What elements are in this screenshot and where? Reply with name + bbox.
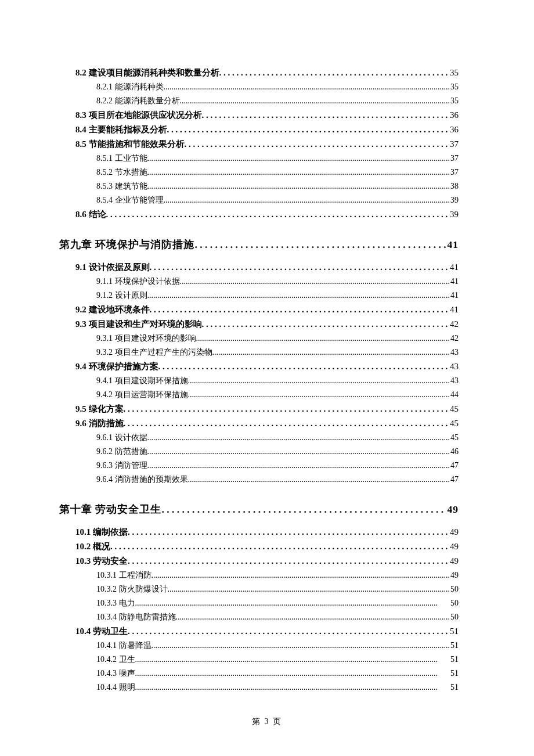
- toc-entry-label: 第十章 劳动安全卫生: [59, 502, 161, 516]
- toc-entry: 10.3.4 防静电防雷措施50: [96, 612, 459, 622]
- toc-entry-label: 9.3.1 项目建设对环境的影响: [96, 333, 196, 344]
- toc-leader-dots: [188, 390, 450, 399]
- toc-entry-label: 9.1.2 设计原则: [96, 290, 147, 301]
- toc-entry-page: 49: [449, 556, 459, 566]
- toc-leader-dots: [128, 527, 449, 537]
- toc-entry: 8.2.2 能源消耗数量分析35: [96, 96, 459, 106]
- toc-entry-page: 44: [449, 390, 459, 399]
- toc-entry-page: 36: [449, 110, 459, 120]
- toc-entry: 10.4.2 卫生51: [96, 654, 459, 665]
- toc-entry: 10.4 劳动卫生51: [75, 626, 459, 637]
- toc-leader-dots: [147, 168, 450, 177]
- toc-entry: 第十章 劳动安全卫生49: [59, 502, 459, 516]
- toc-leader-dots: [167, 125, 449, 135]
- toc-entry-page: 41: [449, 277, 459, 286]
- toc-leader-dots: [212, 348, 450, 357]
- toc-entry-label: 8.2.2 能源消耗数量分析: [96, 96, 180, 106]
- toc-entry: 10.4.3 噪声51: [96, 668, 459, 679]
- toc-entry-label: 第九章 环境保护与消防措施: [59, 237, 194, 251]
- toc-entry-label: 9.6.3 消防管理: [96, 460, 147, 471]
- toc-entry-label: 9.1 设计依据及原则: [75, 262, 150, 273]
- toc-leader-dots: [168, 585, 450, 594]
- toc-leader-dots: [135, 669, 450, 678]
- toc-entry-page: 41: [446, 239, 459, 251]
- toc-entry: 9.4.1 项目建设期环保措施43: [96, 376, 459, 386]
- toc-entry-page: 49: [449, 527, 459, 537]
- toc-entry-page: 42: [449, 319, 459, 329]
- toc-leader-dots: [151, 571, 450, 580]
- toc-entry-label: 8.6 结论: [75, 209, 106, 220]
- toc-entry-label: 8.5.3 建筑节能: [96, 181, 147, 192]
- toc-entry-page: 37: [449, 168, 459, 177]
- toc-entry: 9.3 项目建设和生产对环境的影响42: [75, 319, 459, 330]
- toc-leader-dots: [128, 556, 449, 566]
- toc-entry-label: 8.2.1 能源消耗种类: [96, 82, 164, 92]
- toc-entry: 9.4 环境保护措施方案43: [75, 361, 459, 372]
- toc-entry: 8.5 节能措施和节能效果分析37: [75, 139, 459, 150]
- toc-leader-dots: [151, 641, 450, 650]
- toc-leader-dots: [135, 655, 450, 664]
- toc-leader-dots: [124, 419, 449, 429]
- toc-leader-dots: [158, 362, 449, 372]
- toc-entry-page: 37: [449, 154, 459, 163]
- toc-entry-label: 10.4.4 照明: [96, 682, 135, 693]
- toc-entry-label: 9.4.1 项目建设期环保措施: [96, 376, 188, 386]
- toc-entry: 10.3 劳动安全49: [75, 556, 459, 567]
- toc-leader-dots: [180, 277, 450, 286]
- toc-entry-label: 8.2 建设项目能源消耗种类和数量分析: [75, 67, 219, 78]
- toc-entry-page: 49: [446, 503, 459, 516]
- toc-entry-page: 38: [449, 182, 459, 191]
- toc-entry-label: 9.6 消防措施: [75, 418, 124, 429]
- toc-entry: 8.6 结论39: [75, 209, 459, 220]
- toc-leader-dots: [147, 461, 450, 470]
- toc-entry-label: 9.4.2 项目运营期环保措施: [96, 390, 188, 400]
- toc-entry-page: 51: [449, 641, 459, 650]
- toc-entry: 8.4 主要能耗指标及分析36: [75, 124, 459, 135]
- toc-entry-page: 45: [449, 433, 459, 442]
- toc-entry-page: 43: [449, 348, 459, 357]
- toc-entry: 8.5.2 节水措施37: [96, 167, 459, 178]
- page-content: 8.2 建设项目能源消耗种类和数量分析358.2.1 能源消耗种类358.2.2…: [0, 0, 534, 717]
- toc-entry: 10.4.1 防暑降温51: [96, 640, 459, 651]
- toc-entry: 9.6.3 消防管理47: [96, 460, 459, 471]
- toc-leader-dots: [202, 110, 449, 120]
- toc-leader-dots: [194, 239, 446, 251]
- toc-entry: 8.5.4 企业节能管理39: [96, 195, 459, 206]
- toc-leader-dots: [147, 447, 450, 456]
- toc-entry: 9.4.2 项目运营期环保措施44: [96, 390, 459, 400]
- toc-entry-page: 35: [449, 82, 459, 92]
- toc-leader-dots: [196, 334, 450, 343]
- toc-entry-page: 47: [449, 475, 459, 484]
- toc-entry-page: 41: [449, 305, 459, 315]
- toc-leader-dots: [164, 196, 450, 205]
- toc-entry-page: 45: [449, 404, 459, 414]
- toc-entry-page: 50: [449, 599, 459, 608]
- toc-entry: 10.1 编制依据49: [75, 527, 459, 538]
- toc-leader-dots: [150, 262, 449, 272]
- toc-entry-label: 10.2 概况: [75, 541, 110, 552]
- toc-entry: 8.2.1 能源消耗种类35: [96, 82, 459, 92]
- toc-entry: 10.2 概况49: [75, 541, 459, 552]
- toc-entry-page: 50: [449, 613, 459, 622]
- toc-entry-page: 50: [449, 585, 459, 594]
- toc-entry: 9.1.2 设计原则41: [96, 290, 459, 301]
- toc-leader-dots: [135, 599, 450, 608]
- toc-leader-dots: [219, 68, 449, 78]
- toc-entry: 9.1.1 环境保护设计依据41: [96, 276, 459, 287]
- toc-entry-label: 10.3.1 工程消防: [96, 570, 151, 581]
- toc-entry-page: 35: [449, 96, 459, 106]
- toc-entry-label: 8.3 项目所在地能源供应状况分析: [75, 110, 202, 121]
- toc-entry-label: 9.1.1 环境保护设计依据: [96, 276, 180, 287]
- toc-entry-label: 10.4.3 噪声: [96, 668, 135, 679]
- toc-entry-label: 10.3.2 防火防爆设计: [96, 584, 168, 595]
- toc-leader-dots: [110, 542, 449, 552]
- toc-entry-page: 51: [449, 669, 459, 678]
- toc-leader-dots: [176, 613, 450, 622]
- toc-leader-dots: [161, 503, 446, 516]
- toc-entry-page: 43: [449, 376, 459, 386]
- toc-entry-page: 39: [449, 196, 459, 205]
- toc-entry-page: 41: [449, 291, 459, 300]
- toc-entry-page: 42: [449, 334, 459, 343]
- toc-entry: 10.3.2 防火防爆设计50: [96, 584, 459, 595]
- toc-entry: 第九章 环境保护与消防措施41: [59, 237, 459, 251]
